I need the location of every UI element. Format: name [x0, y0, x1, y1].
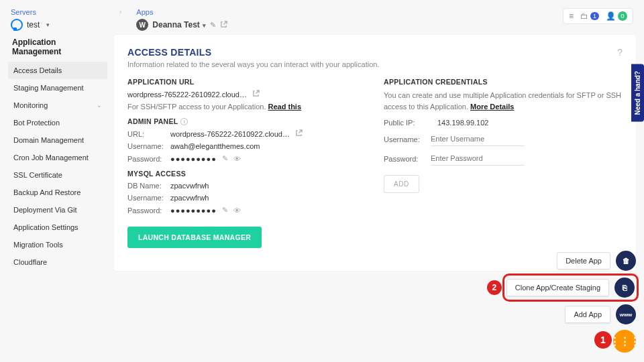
password-input[interactable]	[431, 152, 525, 166]
panel-title: ACCESS DETAILS	[127, 47, 211, 58]
chevron-right-icon: ›	[119, 8, 121, 15]
public-ip: 143.198.99.102	[437, 119, 488, 127]
add-app-button[interactable]: Add App	[565, 306, 610, 323]
username-input[interactable]	[431, 132, 525, 146]
sidebar-item-git[interactable]: Deployment Via Git	[8, 201, 107, 219]
apps-label: Apps	[136, 8, 227, 16]
info-icon[interactable]: i	[180, 118, 188, 125]
help-icon[interactable]: ?	[617, 47, 623, 58]
admin-title: ADMIN PANEL i	[127, 117, 366, 125]
callout-1: 1	[594, 331, 612, 349]
mysql-db: zpacvwfrwh	[170, 182, 209, 190]
app-url-note: For SSH/SFTP access to your Application.	[127, 103, 266, 111]
digitalocean-icon	[11, 19, 23, 31]
admin-url: wordpress-765222-2610922.cloud…	[170, 130, 290, 138]
external-link-icon[interactable]	[295, 129, 303, 138]
mysql-title: MYSQL ACCESS	[127, 170, 366, 178]
sidebar-item-staging[interactable]: Staging Management	[8, 79, 107, 97]
servers-label: Servers	[11, 8, 105, 16]
launch-db-button[interactable]: LAUNCH DATABASE MANAGER	[127, 227, 262, 248]
sidebar-item-cron[interactable]: Cron Job Management	[8, 149, 107, 166]
folder-badge: 1	[590, 12, 599, 20]
grid-fab-button[interactable]: ⋮⋮⋮	[613, 330, 636, 353]
more-details-link[interactable]: More Details	[470, 103, 514, 111]
server-selector[interactable]: test	[11, 19, 105, 31]
external-link-icon[interactable]	[220, 21, 227, 29]
www-icon[interactable]: www	[616, 304, 636, 324]
sidebar-item-settings[interactable]: Application Settings	[8, 219, 107, 236]
clone-staging-button[interactable]: 2 Clone App/Create Staging	[506, 279, 609, 296]
eye-icon[interactable]: 👁	[233, 155, 241, 163]
sidebar-item-bot[interactable]: Bot Protection	[8, 114, 107, 131]
list-icon[interactable]: ≡	[569, 11, 574, 21]
panel-subtitle: Information related to the several ways …	[127, 60, 623, 68]
callout-2: 2	[487, 280, 502, 295]
app-url-value: wordpress-765222-2610922.cloud…	[127, 90, 247, 99]
edit-icon[interactable]: ✎	[210, 21, 216, 29]
chevron-down-icon: ⌄	[97, 102, 102, 109]
app-selector[interactable]: Deanna Test	[152, 20, 205, 29]
folder-icon[interactable]: 🗀1	[580, 11, 599, 21]
wordpress-icon: W	[136, 19, 148, 31]
sidebar-item-cloudflare[interactable]: Cloudflare	[8, 253, 107, 271]
sidebar-item-backup[interactable]: Backup And Restore	[8, 184, 107, 201]
mysql-user: zpacvwfrwh	[170, 194, 209, 202]
sidebar-item-migration[interactable]: Migration Tools	[8, 236, 107, 253]
mysql-password: ●●●●●●●●●	[170, 206, 217, 215]
help-tab[interactable]: Need a hand?	[631, 64, 644, 122]
sidebar-item-monitoring[interactable]: Monitoring⌄	[8, 97, 107, 114]
user-badge: 0	[618, 11, 627, 21]
sidebar-item-ssl[interactable]: SSL Certificate	[8, 166, 107, 184]
creds-title: APPLICATION CREDENTIALS	[384, 78, 623, 86]
external-link-icon[interactable]	[252, 90, 260, 99]
edit-icon[interactable]: ✎	[222, 154, 228, 163]
trash-icon[interactable]: 🗑	[616, 251, 636, 271]
read-this-link[interactable]: Read this	[268, 103, 302, 111]
admin-username: awah@elegantthemes.com	[170, 142, 260, 150]
clone-icon[interactable]: ⎘	[614, 278, 635, 298]
eye-icon[interactable]: 👁	[233, 206, 241, 215]
server-name: test	[27, 20, 40, 29]
sidebar-item-domain[interactable]: Domain Management	[8, 131, 107, 149]
user-icon[interactable]: 👤0	[606, 11, 627, 21]
topbar-status: ≡ 🗀1 👤0	[563, 8, 633, 24]
delete-app-button[interactable]: Delete App	[557, 252, 610, 269]
app-url-title: APPLICATION URL	[127, 78, 366, 86]
edit-icon[interactable]: ✎	[222, 206, 228, 215]
add-button[interactable]: ADD	[384, 175, 419, 193]
sidebar-title: Application Management	[8, 35, 107, 62]
sidebar-item-access-details[interactable]: Access Details	[8, 62, 107, 79]
admin-password: ●●●●●●●●●	[170, 155, 217, 163]
